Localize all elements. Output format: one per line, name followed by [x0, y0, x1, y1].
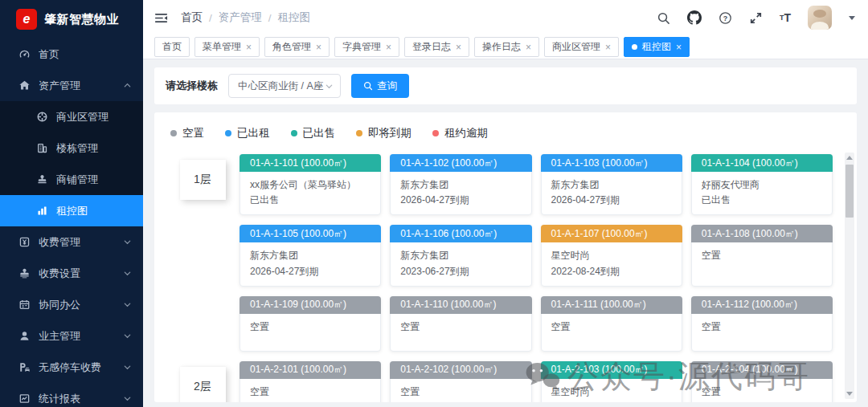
sidebar-item-label: 资产管理: [39, 79, 115, 93]
room-card[interactable]: 01-A-1-108 (100.00㎡)空置: [691, 225, 833, 286]
sidebar-item-label: 楼栋管理: [56, 141, 132, 156]
tab-close-icon[interactable]: ×: [386, 43, 391, 52]
room-title: 01-A-1-105 (100.00㎡): [240, 225, 381, 242]
scroll-down-arrow-icon[interactable]: [846, 392, 853, 396]
fullscreen-icon[interactable]: [749, 11, 763, 25]
search-icon[interactable]: [657, 11, 670, 25]
room-info-line: 空置: [400, 385, 521, 400]
sidebar-item-label: 业主管理: [39, 329, 115, 344]
legend-dot: [291, 130, 297, 136]
chart-bar-icon: [35, 205, 48, 217]
legend-label: 已出租: [237, 126, 270, 140]
chevron-up-icon: [123, 81, 132, 90]
breadcrumb-home[interactable]: 首页: [181, 10, 203, 25]
chevron-down-icon: [123, 238, 132, 246]
room-card[interactable]: 01-A-2-104 (100.00㎡)空置: [691, 361, 833, 402]
room-body: 空置: [542, 314, 682, 351]
tab-close-icon[interactable]: ×: [316, 43, 321, 52]
tab-biz-district-mgmt[interactable]: 商业区管理×: [544, 37, 619, 57]
room-card[interactable]: 01-A-2-101 (100.00㎡)空置: [240, 361, 381, 402]
tab-op-log[interactable]: 操作日志×: [474, 37, 539, 57]
room-info-line: 2026-04-27到期: [400, 193, 521, 208]
scroll-up-arrow-icon[interactable]: [846, 156, 853, 160]
tab-home[interactable]: 首页: [154, 37, 190, 57]
tab-close-icon[interactable]: ×: [456, 43, 461, 52]
breadcrumb-separator: /: [268, 12, 272, 24]
sidebar-item-label: 协同办公: [39, 298, 115, 312]
app-logo[interactable]: e 肇新智慧物业: [0, 0, 143, 39]
font-size-icon[interactable]: TT: [780, 11, 791, 24]
tab-dict-mgmt[interactable]: 字典管理×: [334, 37, 399, 57]
tab-close-icon[interactable]: ×: [526, 43, 531, 52]
sidebar-item-asset-mgmt[interactable]: 资产管理: [0, 70, 143, 101]
sidebar-item-shop-mgmt[interactable]: 商铺管理: [0, 164, 143, 195]
sidebar-item-biz-district-mgmt[interactable]: 商业区管理: [0, 101, 143, 132]
room-card[interactable]: 01-A-2-102 (100.00㎡)空置: [390, 361, 531, 402]
tab-login-log[interactable]: 登录日志×: [404, 37, 469, 57]
room-card[interactable]: 01-A-1-112 (100.00㎡)空置: [691, 296, 833, 352]
sidebar-item-owner-mgmt[interactable]: 业主管理: [0, 320, 143, 352]
sidebar-item-stat-reports[interactable]: 统计报表: [0, 383, 143, 407]
breadcrumb-asset-mgmt[interactable]: 资产管理: [219, 10, 262, 25]
sidebar-item-building-mgmt[interactable]: 楼栋管理: [0, 132, 143, 164]
room-info-line: 空置: [702, 248, 822, 263]
vertical-scrollbar[interactable]: [845, 153, 854, 399]
building-select-label: 请选择楼栋: [166, 79, 218, 93]
floor-section: 2层01-A-2-101 (100.00㎡)空置01-A-2-102 (100.…: [166, 361, 833, 402]
sidebar-collapse-icon[interactable]: [154, 11, 168, 25]
tab-role-mgmt[interactable]: 角色管理×: [264, 37, 330, 57]
room-card[interactable]: 01-A-1-103 (100.00㎡)新东方集团2026-04-27到期: [541, 154, 682, 215]
room-body: 星空时尚2022-08-24到期: [542, 242, 682, 285]
room-card[interactable]: 01-A-1-106 (100.00㎡)新东方集团2023-06-27到期: [390, 225, 531, 286]
tab-close-icon[interactable]: ×: [676, 43, 682, 52]
sidebar-item-collab-office[interactable]: 协同办公: [0, 289, 143, 320]
room-card[interactable]: 01-A-1-111 (100.00㎡)空置: [541, 296, 682, 352]
sidebar-item-fee-settings[interactable]: 收费设置: [0, 258, 143, 289]
tab-label: 菜单管理: [203, 40, 241, 54]
sidebar-item-fee-mgmt[interactable]: 收费管理: [0, 226, 143, 258]
sidebar-item-rent-chart[interactable]: 租控图: [0, 195, 143, 226]
room-card[interactable]: 01-A-1-104 (100.00㎡)好丽友代理商已出售: [691, 154, 833, 215]
user-menu-caret-icon[interactable]: [849, 16, 855, 20]
room-card[interactable]: 01-A-1-109 (100.00㎡)空置: [240, 296, 381, 352]
help-icon[interactable]: ?: [719, 11, 732, 25]
building-select[interactable]: 中心区商业街 / A座: [228, 74, 341, 98]
user-avatar[interactable]: [808, 6, 832, 30]
tab-close-icon[interactable]: ×: [246, 43, 252, 52]
scrollbar-thumb[interactable]: [845, 165, 854, 218]
room-card[interactable]: 01-A-1-102 (100.00㎡)新东方集团2026-04-27到期: [390, 154, 531, 215]
room-title: 01-A-1-110 (100.00㎡): [390, 296, 531, 314]
room-body: 空置: [391, 314, 530, 351]
room-info-line: 空置: [400, 319, 521, 335]
room-card[interactable]: 01-A-1-101 (100.00㎡)xx服务公司（菜鸟驿站）已出售: [240, 154, 381, 215]
tab-close-icon[interactable]: ×: [605, 43, 611, 52]
room-card[interactable]: 01-A-1-110 (100.00㎡)空置: [390, 296, 531, 352]
room-info-line: 已出售: [250, 193, 371, 208]
sidebar-item-label: 无感停车收费: [39, 360, 115, 375]
room-card[interactable]: 01-A-1-107 (100.00㎡)星空时尚2022-08-24到期: [541, 225, 682, 286]
tab-label: 角色管理: [272, 40, 311, 54]
sidebar-item-home[interactable]: 首页: [0, 39, 143, 70]
room-title: 01-A-1-108 (100.00㎡): [691, 225, 833, 242]
room-body: 空置: [692, 379, 832, 402]
room-info-line: 空置: [250, 385, 371, 400]
svg-text:?: ?: [723, 14, 727, 22]
sidebar-menu: 首页资产管理商业区管理楼栋管理商铺管理租控图收费管理收费设置协同办公业主管理无感…: [0, 39, 143, 407]
room-card[interactable]: 01-A-1-105 (100.00㎡)新东方集团2026-04-27到期: [240, 225, 381, 286]
building-icon: [35, 142, 48, 154]
tab-menu-mgmt[interactable]: 菜单管理×: [194, 37, 260, 57]
tab-label: 字典管理: [342, 40, 381, 54]
room-title: 01-A-1-104 (100.00㎡): [691, 154, 833, 172]
breadcrumb: 首页 / 资产管理 / 租控图: [181, 10, 310, 25]
room-info-line: 空置: [702, 319, 822, 335]
sidebar: e 肇新智慧物业 首页资产管理商业区管理楼栋管理商铺管理租控图收费管理收费设置协…: [0, 0, 143, 407]
floor-label: 1层: [180, 160, 226, 200]
room-title: 01-A-1-109 (100.00㎡): [240, 296, 381, 314]
room-body: 星空时尚: [542, 379, 682, 402]
room-card[interactable]: 01-A-2-103 (100.00㎡)星空时尚: [541, 361, 682, 402]
search-button[interactable]: 查询: [351, 74, 409, 98]
github-icon[interactable]: [687, 10, 702, 25]
sidebar-item-parking-fee[interactable]: 无感停车收费: [0, 352, 143, 383]
tab-rent-chart[interactable]: 租控图×: [624, 37, 690, 57]
breadcrumb-separator: /: [209, 12, 212, 24]
